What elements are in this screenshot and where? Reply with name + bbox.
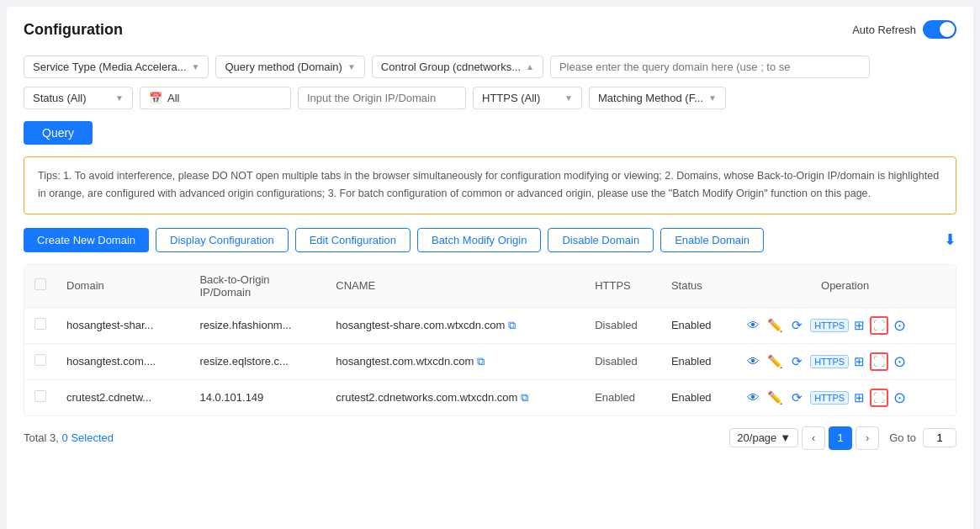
tree-icon: ⛶ [873,391,885,405]
cell-status: Enabled [661,379,734,415]
grid-icon[interactable]: ⊞ [854,318,865,333]
https-config-badge[interactable]: HTTPS [810,319,849,332]
https-select[interactable]: HTTPS (All) ▼ [473,87,582,109]
query-method-select[interactable]: Query method (Domain) ▼ [215,56,364,78]
cell-domain: hosangtest.com.... [56,343,189,379]
edit-icon[interactable]: ✏️ [766,317,783,334]
view-icon[interactable]: 👁 [744,317,761,334]
domain-table: Domain Back-to-OriginIP/Domain CNAME HTT… [24,264,956,416]
cell-operation: 👁 ✏️ ⟳ HTTPS ⊞ ⛶ ⊙ [734,307,956,343]
col-status: Status [661,265,734,308]
more-options-icon[interactable]: ⊙ [893,389,906,407]
table-row: crutest2.cdnetw...14.0.101.149crutest2.c… [24,379,956,415]
more-options-icon[interactable]: ⊙ [893,316,906,335]
https-config-badge[interactable]: HTTPS [810,391,849,405]
cell-cname: hosangtest-share.com.wtxcdn.com⧉ [326,307,585,343]
display-configuration-button[interactable]: Display Configuration [156,228,289,252]
copy-icon[interactable]: ⧉ [521,391,528,405]
grid-icon[interactable]: ⊞ [854,354,865,369]
download-icon[interactable]: ⬇ [944,230,956,249]
edit-icon[interactable]: ✏️ [766,353,783,370]
view-icon[interactable]: 👁 [744,389,761,406]
total-text: Total 3, 0 Selected [24,431,114,444]
auto-refresh-area: Auto Refresh [852,20,956,39]
prev-page-button[interactable]: ‹ [802,426,825,450]
cell-https: Enabled [585,379,661,415]
filter-row-1: Service Type (Media Accelera... ▼ Query … [24,56,956,78]
pagination: 20/page ▼ ‹ 1 › Go to [729,426,956,450]
col-cname: CNAME [326,265,585,308]
tree-icon-box[interactable]: ⛶ [870,316,888,335]
auto-refresh-label: Auto Refresh [852,24,916,36]
chevron-down-icon: ▼ [347,62,356,71]
col-https: HTTPS [585,265,661,308]
goto-input[interactable] [923,428,956,447]
service-type-select[interactable]: Service Type (Media Accelera... ▼ [24,56,209,78]
refresh-icon[interactable]: ⟳ [788,389,805,406]
refresh-icon[interactable]: ⟳ [788,353,805,370]
selected-count: 0 Selected [62,431,114,444]
goto-label: Go to [889,431,916,444]
tip-box: Tips: 1. To avoid interference, please D… [24,156,956,214]
tree-icon: ⛶ [873,319,885,332]
cell-status: Enabled [661,307,734,343]
date-picker[interactable]: 📅 All [140,87,291,109]
select-all-checkbox[interactable] [34,278,46,290]
chevron-down-icon: ▼ [780,431,791,444]
table-row: hosangtest.com....resize.eqlstore.c...ho… [24,343,956,379]
next-page-button[interactable]: › [856,426,879,450]
control-group-select[interactable]: Control Group (cdnetworks... ▲ [372,56,543,78]
more-options-icon[interactable]: ⊙ [893,352,906,371]
chevron-down-icon: ▼ [564,93,573,103]
tree-icon: ⛶ [873,355,885,368]
cell-https: Disabled [585,343,661,379]
cell-cname: hosangtest.com.wtxcdn.com⧉ [326,343,585,379]
row-checkbox[interactable] [34,354,46,366]
auto-refresh-toggle[interactable] [923,20,956,39]
chevron-down-icon: ▼ [708,93,717,103]
cell-domain: hosangtest-shar... [56,307,189,343]
row-checkbox[interactable] [34,390,46,402]
cell-origin: resize.hfashionm... [189,307,326,343]
enable-domain-button[interactable]: Enable Domain [660,228,764,252]
cell-origin: 14.0.101.149 [189,379,326,415]
cell-operation: 👁 ✏️ ⟳ HTTPS ⊞ ⛶ ⊙ [734,379,956,415]
cell-domain: crutest2.cdnetw... [56,379,189,415]
cell-operation: 👁 ✏️ ⟳ HTTPS ⊞ ⛶ ⊙ [734,343,956,379]
status-select[interactable]: Status (All) ▼ [24,87,133,109]
chevron-down-icon: ▼ [192,62,200,71]
disable-domain-button[interactable]: Disable Domain [548,228,654,252]
view-icon[interactable]: 👁 [744,353,761,370]
col-operation: Operation [734,265,956,308]
grid-icon[interactable]: ⊞ [854,390,865,405]
matching-method-select[interactable]: Matching Method (F... ▼ [589,87,726,109]
filter-row-2: Status (All) ▼ 📅 All HTTPS (All) ▼ Match… [24,87,956,109]
query-button[interactable]: Query [24,121,93,145]
footer-bar: Total 3, 0 Selected 20/page ▼ ‹ 1 › Go t… [24,426,956,450]
table-row: hosangtest-shar...resize.hfashionm...hos… [24,307,956,343]
copy-icon[interactable]: ⧉ [508,319,516,332]
action-bar: Create New Domain Display Configuration … [24,228,956,252]
edit-configuration-button[interactable]: Edit Configuration [295,228,411,252]
tree-icon-box[interactable]: ⛶ [870,389,888,407]
row-checkbox[interactable] [34,318,46,330]
batch-modify-origin-button[interactable]: Batch Modify Origin [417,228,541,252]
chevron-down-icon: ▼ [115,93,124,103]
page-1-button[interactable]: 1 [829,426,852,450]
cell-cname: crutest2.cdnetworks.com.wtxcdn.com⧉ [326,379,585,415]
refresh-icon[interactable]: ⟳ [788,317,805,334]
domain-search-input[interactable] [550,56,870,78]
page-title: Configuration [24,21,123,39]
col-domain: Domain [56,265,189,308]
origin-ip-input[interactable] [298,87,466,109]
cell-status: Enabled [661,343,734,379]
tree-icon-box[interactable]: ⛶ [870,352,888,371]
https-config-badge[interactable]: HTTPS [810,355,849,368]
create-new-domain-button[interactable]: Create New Domain [24,228,149,252]
edit-icon[interactable]: ✏️ [766,389,783,406]
cell-https: Disabled [585,307,661,343]
chevron-up-icon: ▲ [526,62,534,71]
copy-icon[interactable]: ⧉ [477,355,485,368]
page-size-select[interactable]: 20/page ▼ [729,428,798,447]
toggle-knob [940,22,955,37]
